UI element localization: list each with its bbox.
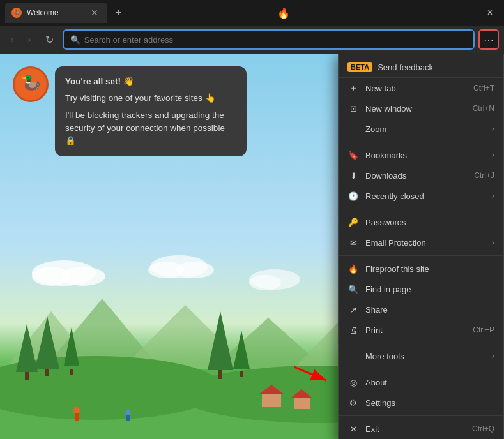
menu-item-find-in-page[interactable]: 🔍 Find in page [339,279,503,299]
minimize-button[interactable]: — [443,4,461,22]
duck-avatar: 🦆 [13,66,49,102]
svg-rect-37 [294,398,310,409]
browser-tab[interactable]: 🦆 Welcome ✕ [5,3,107,23]
menu-item-new-window[interactable]: ⊡ New window Ctrl+N [339,98,503,119]
more-tools-label: More tools [365,352,485,361]
print-icon: 🖨 [347,324,359,336]
close-window-button[interactable]: ✕ [481,4,499,22]
search-icon: 🔍 [70,35,80,45]
menu-item-print[interactable]: 🖨 Print Ctrl+P [339,320,503,340]
menu-button[interactable]: ⋯ [478,29,499,50]
svg-point-31 [73,407,80,413]
find-label: Find in page [365,285,494,294]
new-window-shortcut: Ctrl+N [473,104,494,113]
new-window-icon: ⊡ [347,103,359,114]
svg-rect-34 [126,415,130,421]
new-tab-shortcut: Ctrl+T [473,84,494,93]
more-tools-icon [347,350,359,362]
menu-item-zoom[interactable]: Zoom › [339,119,503,139]
menu-item-settings[interactable]: ⚙ Settings [339,392,503,413]
about-icon: ◎ [347,376,359,388]
print-label: Print [365,325,466,335]
menu-item-passwords[interactable]: 🔑 Passwords [339,212,503,232]
menu-item-new-tab[interactable]: ＋ New tab Ctrl+T [339,78,503,98]
svg-rect-17 [70,369,73,375]
recently-closed-label: Recently closed [365,191,485,201]
menu-item-fireproof[interactable]: 🔥 Fireproof this site [339,258,503,279]
menu-divider-1 [339,142,503,142]
menu-item-about[interactable]: ◎ About [339,372,503,392]
share-icon: ↗ [347,304,359,315]
window-controls: — ☐ ✕ [443,4,499,22]
bookmarks-icon: 🔖 [347,149,359,161]
menu-item-downloads[interactable]: ⬇ Downloads Ctrl+J [339,165,503,186]
svg-point-33 [125,410,130,415]
recently-closed-arrow: › [492,191,494,200]
passwords-label: Passwords [365,218,494,227]
svg-rect-22 [240,371,243,377]
svg-line-48 [294,358,326,389]
exit-icon: ✕ [347,423,359,435]
speech-line-2: Try visiting one of your favorite sites … [65,92,236,105]
menu-item-email-protection[interactable]: ✉ Email Protection › [339,232,503,253]
more-tools-arrow: › [492,352,494,361]
menu-divider-6 [339,415,503,416]
tab-favicon: 🦆 [11,8,22,18]
downloads-shortcut: Ctrl+J [474,171,494,180]
forward-button[interactable]: › [22,30,36,49]
dropdown-menu: BETA Send feedback ＋ New tab Ctrl+T ⊡ Ne… [338,54,504,439]
svg-point-41 [61,267,105,286]
menu-divider-5 [339,369,503,369]
email-protection-label: Email Protection [365,238,485,248]
settings-icon: ⚙ [347,397,359,408]
zoom-arrow: › [492,124,494,133]
menu-item-recently-closed[interactable]: 🕐 Recently closed › [339,186,503,206]
new-window-label: New window [365,104,466,114]
print-shortcut: Ctrl+P [473,325,494,334]
tab-close-button[interactable]: ✕ [88,6,101,19]
menu-item-share[interactable]: ↗ Share [339,299,503,320]
fireproof-label: Fireproof this site [365,264,494,274]
speech-bubble: You're all set! 👋 Try visiting one of yo… [55,66,247,156]
duck-bubble: 🦆 You're all set! 👋 Try visiting one of … [13,66,247,156]
share-label: Share [365,305,494,315]
zoom-label: Zoom [365,124,485,134]
svg-rect-12 [25,372,29,380]
about-label: About [365,378,494,387]
svg-rect-35 [262,394,281,407]
send-feedback-label: Send feedback [378,63,433,72]
speech-line-3: I'll be blocking trackers and upgrading … [65,109,236,148]
email-protection-arrow: › [492,238,494,247]
new-tab-button[interactable]: + [110,4,127,22]
speech-line-1: You're all set! 👋 [65,75,236,88]
address-bar[interactable]: 🔍 [63,29,475,50]
bookmarks-arrow: › [492,151,494,160]
svg-point-46 [249,275,281,290]
beta-badge: BETA [347,62,372,72]
new-tab-icon: ＋ [347,82,359,94]
exit-shortcut: Ctrl+Q [472,424,494,433]
refresh-button[interactable]: ↻ [40,30,59,50]
exit-label: Exit [365,424,466,434]
back-button[interactable]: ‹ [5,30,19,49]
email-protection-icon: ✉ [347,237,359,248]
menu-item-exit[interactable]: ✕ Exit Ctrl+Q [339,419,503,439]
menu-item-more-tools[interactable]: More tools › [339,346,503,366]
address-input[interactable] [84,35,467,45]
downloads-icon: ⬇ [347,170,359,181]
tab-title: Welcome [27,8,83,17]
maximize-button[interactable]: ☐ [462,4,480,22]
recently-closed-icon: 🕐 [347,190,359,202]
menu-divider-2 [339,209,503,209]
downloads-label: Downloads [365,171,468,181]
menu-divider-4 [339,343,503,343]
zoom-icon [347,123,359,135]
menu-beta-row[interactable]: BETA Send feedback [339,57,503,78]
svg-point-44 [176,262,214,278]
svg-rect-20 [218,370,222,379]
svg-rect-32 [75,413,79,421]
menu-item-bookmarks[interactable]: 🔖 Bookmarks › [339,145,503,165]
page-content: 🦆 You're all set! 👋 Try visiting one of … [0,54,504,439]
fireproof-icon: 🔥 [347,263,359,274]
nav-bar: ‹ › ↻ 🔍 ⋯ [0,26,504,54]
